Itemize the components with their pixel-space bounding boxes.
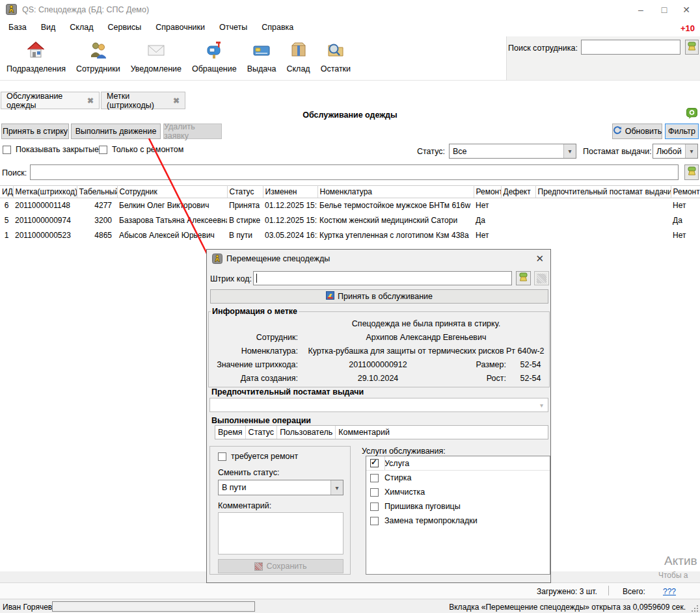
employee-scan-button[interactable]: [685, 40, 699, 55]
toolbar-sklad-button[interactable]: Склад: [281, 39, 315, 78]
maximize-icon[interactable]: □: [654, 3, 674, 17]
windows-activation-watermark-line2: Чтобы а: [658, 571, 688, 580]
col-postamat[interactable]: Предпочтительный постамат выдачи: [535, 186, 671, 198]
save-icon: [254, 562, 263, 571]
toolbar-ostatki-button[interactable]: Остатки: [316, 39, 356, 78]
delete-request-button[interactable]: Удалить заявку: [163, 124, 222, 139]
card-icon: [252, 40, 271, 62]
toolbar-sotrudniki-button[interactable]: Сотрудники: [71, 39, 126, 78]
menu-sklad[interactable]: Склад: [62, 21, 100, 34]
service-item-zamena[interactable]: Замена термопрокладки: [366, 514, 550, 528]
field-value: 29.10.2024: [303, 374, 453, 383]
postamat-value: Любой: [656, 147, 682, 156]
checkbox-icon[interactable]: [370, 474, 379, 482]
ops-col-polzovatel[interactable]: Пользователь: [277, 426, 336, 439]
user-select-box[interactable]: [52, 601, 255, 612]
search-input[interactable]: [30, 164, 679, 180]
col-sotrudnik[interactable]: Сотрудник: [117, 186, 227, 198]
col-nomenklatura[interactable]: Номенклатура: [317, 186, 474, 198]
table-row[interactable]: 5 2011000000974 3200 Базарова Татьяна Ал…: [0, 213, 700, 228]
ops-col-vremya[interactable]: Время: [215, 426, 246, 439]
service-item-stirka[interactable]: Стирка: [366, 471, 550, 485]
menu-spravochniki[interactable]: Справочники: [148, 21, 212, 34]
toolbar-podrazdeleniya-button[interactable]: Подразделения: [1, 39, 71, 78]
col-status[interactable]: Статус: [227, 186, 263, 198]
cell-tabelny: 3200: [77, 213, 117, 228]
menu-servisy[interactable]: Сервисы: [101, 21, 149, 34]
chevron-down-icon: ▾: [563, 144, 576, 158]
menu-otchety[interactable]: Отчеты: [212, 21, 254, 34]
tab-close-icon[interactable]: ✖: [87, 96, 94, 105]
refresh-icon: [613, 126, 622, 137]
services-listbox[interactable]: ✓ Услуга Стирка Химчистка Пришивка пугов…: [366, 456, 550, 575]
table-header-row: ИД Метка(штрихкод) Табельный Сотрудник С…: [0, 186, 700, 198]
only-repair-checkbox[interactable]: Только с ремонтом: [99, 145, 183, 154]
comment-textarea[interactable]: [218, 512, 343, 554]
checkbox-icon[interactable]: [99, 146, 107, 154]
cell-postamat: [535, 213, 671, 228]
postamat-dialog-select[interactable]: ▾: [209, 398, 548, 412]
col-remont[interactable]: Ремонт: [474, 186, 501, 198]
page-title: Обслуживание одежды: [0, 111, 700, 120]
menu-vid[interactable]: Вид: [34, 21, 63, 34]
cell-status: В стирке: [227, 213, 263, 228]
table-row[interactable]: 1 2011000000523 4865 Абысов Алексей Юрье…: [0, 228, 700, 243]
ops-col-status[interactable]: Статус: [246, 426, 278, 439]
checkbox-icon[interactable]: [370, 488, 379, 497]
service-item-prishivka[interactable]: Пришивка пуговицы: [366, 499, 550, 514]
accept-wash-button[interactable]: Принять в стирку: [1, 124, 69, 139]
close-icon[interactable]: ✕: [677, 3, 696, 17]
toolbar-obraschenie-button[interactable]: Обращение: [187, 39, 242, 78]
tab-obsluzhivanie-odezhdy[interactable]: Обслуживание одежды ✖: [1, 92, 100, 109]
cell-nomenklatura: Белье термостойкое мужское БНТм 616w: [317, 198, 474, 213]
col-id[interactable]: ИД: [0, 186, 13, 198]
people-icon: [88, 40, 108, 62]
checkbox-icon[interactable]: [3, 146, 11, 154]
cell-sotrudnik: Абысов Алексей Юрьевич: [117, 228, 227, 243]
col-metka[interactable]: Метка(штрихкод): [13, 186, 77, 198]
execute-move-button[interactable]: Выполнить движение: [71, 124, 161, 139]
filter-button[interactable]: Фильтр: [665, 124, 699, 139]
col-tabelny[interactable]: Табельный: [77, 186, 117, 198]
tab-close-icon[interactable]: ✖: [173, 96, 180, 105]
change-status-select[interactable]: В пути ▾: [218, 480, 343, 495]
status-select[interactable]: Все ▾: [449, 144, 576, 159]
checkbox-icon[interactable]: [370, 517, 379, 525]
toolbar-uvedomlenie-button[interactable]: Уведомление: [126, 39, 187, 78]
col-defekt[interactable]: Дефект: [501, 186, 535, 198]
minimize-icon[interactable]: –: [631, 3, 651, 17]
checkbox-icon[interactable]: [218, 452, 226, 461]
cell-remont2: Да: [671, 213, 700, 228]
refresh-button[interactable]: Обновить: [612, 124, 662, 139]
search-scan-button[interactable]: [684, 164, 699, 180]
menu-baza[interactable]: База: [1, 21, 34, 34]
barcode-scan-button[interactable]: [516, 271, 531, 285]
table-row[interactable]: 6 2011000001148 4277 Белкин Олег Викторо…: [0, 198, 700, 213]
employee-search-input[interactable]: [581, 40, 680, 55]
employee-search-label: Поиск сотрудника:: [508, 44, 578, 53]
dialog-close-icon[interactable]: ✕: [535, 253, 544, 265]
repair-needed-checkbox[interactable]: требуется ремонт: [218, 452, 298, 461]
toolbar-vydacha-button[interactable]: Выдача: [242, 39, 282, 78]
tab-metki-shtrihkody[interactable]: Метки (штрихкоды) ✖: [101, 92, 185, 109]
print-button-disabled[interactable]: [534, 271, 549, 285]
resize-grip-icon[interactable]: [691, 605, 699, 613]
info-bubble-icon[interactable]: [686, 108, 697, 121]
save-button[interactable]: Сохранить: [218, 559, 343, 573]
checkbox-checked-icon[interactable]: ✓: [370, 459, 379, 467]
menu-spravka[interactable]: Справка: [254, 21, 301, 34]
service-item-himchistka[interactable]: Химчистка: [366, 485, 550, 499]
checkbox-icon[interactable]: [370, 502, 379, 511]
toolbar-label: Склад: [286, 64, 310, 73]
postamat-select[interactable]: Любой ▾: [653, 144, 698, 159]
col-remont2[interactable]: Ремонт: [671, 186, 700, 198]
col-izmenen[interactable]: Изменен: [263, 186, 317, 198]
service-item-usluga[interactable]: ✓ Услуга: [366, 456, 550, 471]
change-status-value: В пути: [222, 483, 247, 492]
show-closed-checkbox[interactable]: Показывать закрытые: [3, 145, 99, 154]
ops-col-kommentariy[interactable]: Комментарий: [336, 426, 392, 439]
barcode-input[interactable]: [253, 271, 512, 285]
accept-service-button[interactable]: Принять в обслуживание: [210, 289, 548, 304]
cell-izmenen: 01.12.2025 15:19: [263, 213, 317, 228]
total-link[interactable]: ???: [663, 587, 676, 596]
